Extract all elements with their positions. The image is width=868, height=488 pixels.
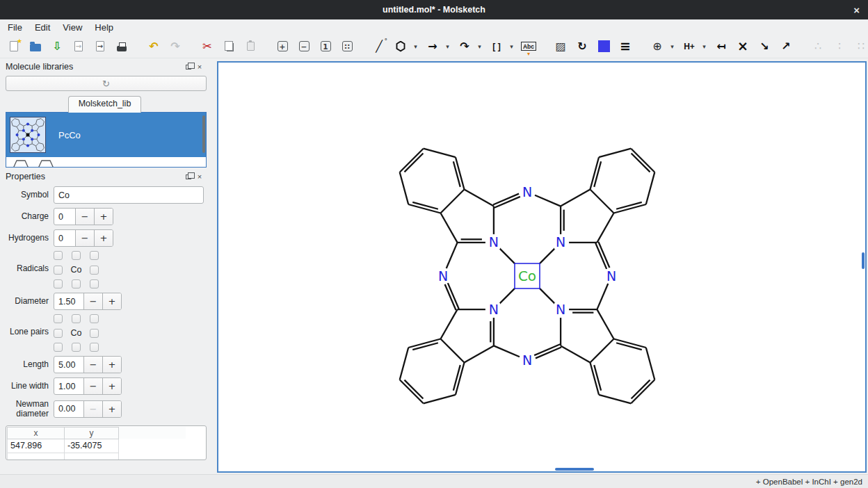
draw-bond-button[interactable]: ╱°	[371, 37, 387, 56]
length-spinbox[interactable]: 5.00 − +	[54, 356, 122, 373]
align-tool-button[interactable]: ↤	[713, 37, 730, 56]
radicals-grid-checkbox[interactable]	[90, 251, 99, 260]
new-file-button[interactable]: ★	[6, 37, 22, 56]
length-value[interactable]: 5.00	[54, 357, 83, 373]
atom-label-n[interactable]: N	[522, 184, 532, 200]
symbol-field[interactable]: Co	[54, 186, 204, 204]
charge-increment-button[interactable]: +	[94, 209, 113, 225]
length-increment-button[interactable]: +	[102, 357, 121, 373]
window-close-button[interactable]: ×	[853, 0, 860, 19]
radicals-grid-checkbox[interactable]	[90, 266, 99, 275]
newman-diameter-value[interactable]: 0.00	[54, 401, 83, 417]
library-panel-close-button[interactable]: ×	[194, 62, 205, 72]
mechanism-arrow-button[interactable]: ↷	[456, 37, 473, 56]
print-button[interactable]	[113, 37, 130, 56]
undo-button[interactable]: ↶	[145, 37, 162, 56]
hydrogen-tool-dropdown[interactable]: ▾	[700, 37, 708, 56]
save-button[interactable]: ⇩	[49, 37, 65, 56]
line-width-button[interactable]: ≡	[617, 37, 634, 56]
reaction-arrow-button[interactable]: →	[424, 37, 441, 56]
zoom-fit-button[interactable]: ∷	[339, 37, 355, 56]
radicals-grid-checkbox[interactable]	[54, 251, 63, 260]
coords-cell[interactable]: 547.896	[8, 439, 65, 453]
ring-tool-button[interactable]	[392, 37, 409, 56]
selection-tool-button[interactable]: ▨	[552, 37, 569, 56]
mechanism-arrow-dropdown[interactable]: ▾	[476, 37, 483, 56]
library-item-partial[interactable]	[6, 157, 206, 168]
charge-decrement-button[interactable]: −	[75, 209, 94, 225]
text-tool-button[interactable]: Abc▾	[520, 37, 537, 56]
copy-button[interactable]	[220, 37, 237, 56]
reaction-arrow-dropdown[interactable]: ▾	[444, 37, 451, 56]
diameter-decrement-button[interactable]: −	[83, 293, 102, 309]
color-swatch-button[interactable]	[595, 37, 612, 56]
rotate-tool-button[interactable]: ↻	[574, 37, 590, 56]
canvas-vscrollbar[interactable]	[862, 252, 865, 269]
menu-view[interactable]: View	[56, 21, 88, 34]
library-panel-float-button[interactable]	[183, 62, 194, 72]
line-width-decrement-button[interactable]: −	[83, 378, 102, 394]
bracket-tool-button[interactable]: [ ]	[488, 37, 505, 56]
charge-spinbox[interactable]: 0 − +	[54, 208, 113, 225]
menu-help[interactable]: Help	[88, 21, 120, 34]
canvas-hscrollbar[interactable]	[555, 468, 594, 471]
molecule-drawing[interactable]: CoNNNNNNNN	[218, 63, 865, 471]
newman-diameter-spinbox[interactable]: 0.00 − +	[54, 400, 122, 418]
open-button[interactable]	[27, 37, 44, 56]
radicals-grid-checkbox[interactable]	[72, 251, 81, 260]
charge-tool-dropdown[interactable]: ▾	[668, 37, 676, 56]
atom-label-n[interactable]: N	[556, 302, 565, 317]
line-width-increment-button[interactable]: +	[102, 378, 121, 394]
hydrogens-increment-button[interactable]: +	[94, 230, 113, 246]
coords-cell[interactable]: -35.4075	[65, 439, 119, 453]
diameter-increment-button[interactable]: +	[102, 293, 121, 309]
menu-file[interactable]: File	[1, 21, 29, 34]
library-item-pcco[interactable]: PcCo	[6, 113, 206, 157]
length-decrement-button[interactable]: −	[83, 357, 102, 373]
ring-tool-dropdown[interactable]: ▾	[412, 37, 419, 56]
lone-pairs-grid-checkbox[interactable]	[90, 329, 99, 338]
hydrogens-value[interactable]: 0	[54, 230, 75, 246]
library-scrollbar[interactable]	[202, 115, 205, 153]
line-width-value[interactable]: 1.00	[54, 378, 83, 394]
radicals-grid-checkbox[interactable]	[54, 279, 63, 288]
radicals-grid-checkbox[interactable]	[54, 266, 63, 275]
flip-bond-up-button[interactable]: ↗	[778, 37, 794, 56]
line-width-spinbox[interactable]: 1.00 − +	[54, 377, 122, 395]
zoom-original-button[interactable]: 1	[317, 37, 334, 56]
atom-label-n[interactable]: N	[489, 302, 499, 317]
tab-molsketch-lib[interactable]: Molsketch_lib	[68, 96, 142, 113]
lone-pairs-grid-checkbox[interactable]	[72, 314, 81, 323]
atom-label-n[interactable]: N	[438, 268, 448, 284]
properties-panel-close-button[interactable]: ×	[194, 172, 205, 181]
diameter-value[interactable]: 1.50	[54, 293, 83, 309]
lone-pairs-grid-checkbox[interactable]	[54, 314, 63, 323]
lone-pairs-grid-checkbox[interactable]	[90, 343, 99, 352]
bracket-tool-dropdown[interactable]: ▾	[508, 37, 515, 56]
atom-label-n[interactable]: N	[606, 268, 616, 284]
menu-edit[interactable]: Edit	[29, 21, 56, 34]
radicals-grid-checkbox[interactable]	[72, 279, 81, 288]
zoom-in-button[interactable]: +	[274, 37, 291, 56]
charge-value[interactable]: 0	[54, 209, 75, 225]
lone-pairs-grid-checkbox[interactable]	[72, 343, 81, 352]
newman-diameter-increment-button[interactable]: +	[102, 401, 121, 417]
atom-label-n[interactable]: N	[556, 234, 565, 250]
export-button[interactable]: →	[92, 37, 108, 56]
dock-splitter[interactable]	[209, 58, 217, 474]
library-refresh-button[interactable]: ↻	[6, 76, 207, 91]
lone-pairs-grid-checkbox[interactable]	[54, 329, 63, 338]
flip-bond-down-button[interactable]: ↘	[756, 37, 773, 56]
properties-panel-float-button[interactable]	[183, 172, 194, 181]
cut-button[interactable]: ✂	[199, 37, 216, 56]
hydrogens-spinbox[interactable]: 0 − +	[54, 229, 113, 247]
hydrogens-decrement-button[interactable]: −	[75, 230, 94, 246]
zoom-out-button[interactable]: −	[296, 37, 312, 56]
hydrogen-tool-button[interactable]: H+	[681, 37, 698, 56]
radicals-grid-checkbox[interactable]	[90, 279, 99, 288]
atom-label-co[interactable]: Co	[518, 268, 536, 284]
atom-label-n[interactable]: N	[489, 234, 499, 250]
charge-tool-button[interactable]: ⊕	[649, 37, 666, 56]
delete-tool-button[interactable]: ×	[734, 37, 751, 56]
atom-label-n[interactable]: N	[522, 352, 532, 368]
